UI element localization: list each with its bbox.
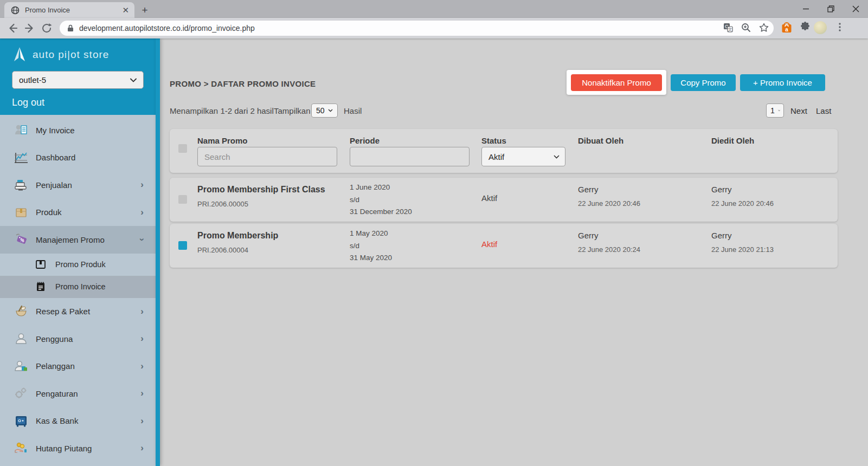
svg-text:文: 文: [728, 27, 732, 32]
periode-filter-input[interactable]: [350, 147, 470, 166]
chevron-down-icon: [554, 155, 560, 159]
status-value: Aktif: [481, 193, 497, 203]
user-icon: [14, 332, 28, 346]
table-row[interactable]: Promo Membership First Class PRI.2006.00…: [170, 178, 838, 222]
sidebar-item-pengguna[interactable]: Pengguna ›: [0, 325, 156, 353]
logout-link[interactable]: Log out: [12, 97, 144, 108]
promo-code: PRI.2006.00005: [197, 200, 248, 208]
outlet-select[interactable]: outlet-5: [12, 71, 144, 89]
extensions-puzzle-icon[interactable]: [799, 21, 811, 33]
dashboard-icon: [14, 151, 28, 165]
window-minimize-button[interactable]: [793, 0, 818, 18]
promo-code: PRI.2006.00004: [197, 246, 248, 254]
translate-icon[interactable]: G文: [723, 22, 734, 33]
sidebar-item-label: Pengguna: [36, 334, 73, 344]
sidebar-item-label: Hutang Piutang: [36, 444, 92, 453]
edited-at: 22 June 2020 20:46: [711, 199, 774, 208]
row-checkbox[interactable]: [178, 195, 187, 204]
chevron-right-icon: ›: [140, 333, 144, 344]
period-separator: s/d: [350, 240, 392, 253]
back-button[interactable]: [7, 22, 18, 34]
address-bar[interactable]: development.autopilotstore.co.id/promo_i…: [60, 21, 774, 36]
column-header-nama-promo: Nama Promo: [197, 136, 248, 145]
edited-by: Gerry: [711, 185, 732, 194]
zoom-indicator-icon[interactable]: [741, 22, 751, 33]
sidebar-item-label: Promo Invoice: [55, 282, 106, 291]
sidebar-item-label: Pengaturan: [36, 389, 78, 398]
sidebar-item-label: Penjualan: [36, 180, 72, 190]
period-start: 1 May 2020: [350, 228, 392, 240]
created-at: 22 June 2020 20:46: [578, 199, 640, 208]
nama-promo-search-input[interactable]: [197, 147, 337, 166]
sidebar-item-hutang-piutang[interactable]: Hutang Piutang ›: [0, 435, 156, 462]
sidebar-item-produk[interactable]: Produk ›: [0, 199, 156, 226]
page-number-select[interactable]: 1: [766, 103, 784, 118]
sidebar-item-label: Pelanggan: [36, 361, 75, 371]
reload-button[interactable]: [41, 22, 53, 34]
sidebar-item-resep-paket[interactable]: Resep & Paket ›: [0, 298, 156, 326]
mortar-pestle-icon: [14, 305, 28, 319]
window-restore-button[interactable]: [818, 0, 843, 18]
sidebar-item-pengaturan[interactable]: Pengaturan ›: [0, 380, 156, 407]
row-checkbox[interactable]: [178, 241, 187, 250]
page-size-value: 50: [316, 106, 325, 115]
period-separator: s/d: [350, 194, 412, 206]
new-tab-button[interactable]: +: [138, 4, 151, 17]
sidebar-item-manajemen-promo[interactable]: % Manajemen Promo ›: [0, 226, 156, 254]
forward-button[interactable]: [24, 22, 36, 34]
sidebar-item-label: My Invoice: [36, 126, 75, 135]
pagination-last-link[interactable]: Last: [816, 106, 831, 115]
tampilkan-label: Tampilkan: [274, 106, 311, 115]
promo-produk-icon: [35, 258, 47, 270]
column-header-status: Status: [481, 136, 506, 145]
select-all-checkbox[interactable]: [178, 144, 187, 153]
sidebar-item-label: Resep & Paket: [36, 307, 90, 316]
add-promo-invoice-button[interactable]: + Promo Invoice: [740, 74, 825, 91]
cash-register-icon: [14, 178, 28, 192]
bookmark-star-icon[interactable]: [758, 22, 769, 33]
globe-favicon-icon: [11, 6, 20, 15]
status-value: Aktif: [481, 240, 497, 249]
chrome-menu-icon[interactable]: [835, 22, 845, 32]
safe-icon: [14, 414, 28, 428]
edited-at: 22 June 2020 21:13: [711, 245, 774, 254]
sidebar-item-kas-bank[interactable]: Kas & Bank ›: [0, 407, 156, 435]
copy-promo-button[interactable]: Copy Promo: [671, 74, 736, 91]
outlet-select-value: outlet-5: [19, 75, 130, 85]
window-close-button[interactable]: [843, 0, 868, 18]
sidebar-item-label: Kas & Bank: [36, 416, 78, 425]
sidebar: auto pi|ot store outlet-5 Log out My Inv…: [0, 38, 156, 466]
sidebar-item-promo-produk[interactable]: Promo Produk: [0, 254, 156, 276]
column-header-dibuat-oleh: Dibuat Oleh: [578, 136, 623, 145]
tab-close-icon[interactable]: ✕: [122, 6, 129, 14]
store-extension-icon[interactable]: a: [780, 21, 793, 34]
brand-name: auto pi|ot store: [33, 49, 109, 61]
table-header-row: Nama Promo Periode Status Dibuat Oleh Di…: [170, 129, 838, 173]
chevron-right-icon: ›: [140, 416, 144, 426]
url-text: development.autopilotstore.co.id/promo_i…: [79, 24, 255, 33]
browser-tab[interactable]: Promo Invoice ✕: [4, 2, 134, 18]
sidebar-item-promo-invoice[interactable]: Promo Invoice: [0, 276, 156, 298]
deactivate-promo-button[interactable]: Nonaktifkan Promo: [571, 74, 662, 91]
sidebar-item-pelanggan[interactable]: Pelanggan ›: [0, 353, 156, 380]
main-content: PROMO > DAFTAR PROMO INVOICE Nonaktifkan…: [160, 38, 868, 466]
chevron-right-icon: ›: [140, 361, 144, 372]
period-start: 1 June 2020: [350, 182, 412, 194]
status-filter-select[interactable]: Aktif: [481, 147, 565, 166]
sidebar-item-my-invoice[interactable]: My Invoice: [0, 116, 156, 144]
page-size-select[interactable]: 50: [311, 103, 338, 118]
page-number-value: 1: [770, 106, 775, 115]
table-row[interactable]: Promo Membership PRI.2006.00004 1 May 20…: [170, 224, 838, 268]
promo-period: 1 May 2020 s/d 31 May 2020: [350, 228, 392, 264]
sidebar-menu: My Invoice Dashboard Penjualan › Produk: [0, 115, 156, 462]
sidebar-scrollbar[interactable]: [156, 38, 160, 466]
sidebar-item-label: Produk: [36, 208, 62, 217]
sidebar-item-dashboard[interactable]: Dashboard: [0, 144, 156, 172]
profile-avatar[interactable]: [814, 21, 827, 34]
chevron-right-icon: ›: [140, 306, 144, 317]
gear-icon: [14, 386, 28, 400]
chevron-right-icon: ›: [140, 179, 144, 190]
chevron-down-icon: [328, 109, 333, 112]
pagination-next-link[interactable]: Next: [790, 106, 807, 115]
sidebar-item-penjualan[interactable]: Penjualan ›: [0, 171, 156, 199]
